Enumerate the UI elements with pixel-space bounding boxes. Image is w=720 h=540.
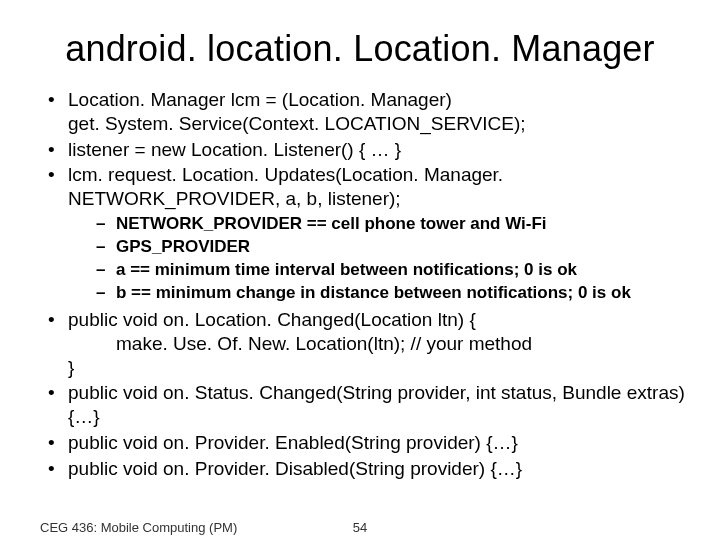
bullet-text: lcm. request. Location. Updates(Location…: [68, 164, 503, 209]
list-item: public void on. Location. Changed(Locati…: [48, 308, 690, 379]
list-item: listener = new Location. Listener() { … …: [48, 138, 690, 162]
bullet-text: }: [68, 357, 74, 378]
list-item: public void on. Status. Changed(String p…: [48, 381, 690, 429]
list-item: Location. Manager lcm = (Location. Manag…: [48, 88, 690, 136]
list-item: GPS_PROVIDER: [96, 236, 690, 258]
bullet-list: Location. Manager lcm = (Location. Manag…: [30, 88, 690, 480]
page-title: android. location. Location. Manager: [30, 28, 690, 70]
page-number: 54: [0, 520, 720, 535]
sub-text: a == minimum time interval between notif…: [116, 260, 577, 279]
list-item: lcm. request. Location. Updates(Location…: [48, 163, 690, 304]
list-item: NETWORK_PROVIDER == cell phone tower and…: [96, 213, 690, 235]
sub-list: NETWORK_PROVIDER == cell phone tower and…: [68, 213, 690, 304]
list-item: a == minimum time interval between notif…: [96, 259, 690, 281]
list-item: public void on. Provider. Disabled(Strin…: [48, 457, 690, 481]
bullet-text: public void on. Location. Changed(Locati…: [68, 309, 476, 330]
list-item: b == minimum change in distance between …: [96, 282, 690, 304]
slide: android. location. Location. Manager Loc…: [0, 0, 720, 540]
sub-text: NETWORK_PROVIDER == cell phone tower and…: [116, 214, 547, 233]
bullet-text: public void on. Provider. Enabled(String…: [68, 432, 518, 453]
sub-text: GPS_PROVIDER: [116, 237, 250, 256]
bullet-text: listener = new Location. Listener() { … …: [68, 139, 401, 160]
bullet-text: public void on. Provider. Disabled(Strin…: [68, 458, 522, 479]
list-item: public void on. Provider. Enabled(String…: [48, 431, 690, 455]
sub-text: b == minimum change in distance between …: [116, 283, 631, 302]
bullet-text: make. Use. Of. New. Location(ltn); // yo…: [68, 333, 532, 354]
bullet-text: get. System. Service(Context. LOCATION_S…: [68, 113, 526, 134]
bullet-text: Location. Manager lcm = (Location. Manag…: [68, 89, 452, 110]
bullet-text: public void on. Status. Changed(String p…: [68, 382, 685, 427]
